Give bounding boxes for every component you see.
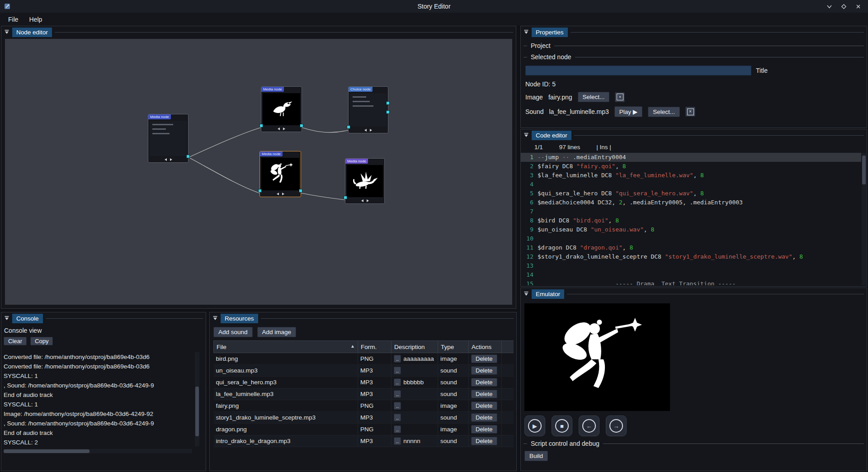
node-media-controls[interactable]: [345, 198, 384, 203]
output-port[interactable]: [300, 124, 303, 127]
node-media-controls[interactable]: [260, 191, 301, 196]
add-sound-button[interactable]: Add sound: [213, 327, 253, 337]
code-line[interactable]: 10: [521, 234, 861, 243]
node-canvas[interactable]: Media node Media node Choice node: [5, 39, 512, 305]
console-log[interactable]: Converted file: /home/anthony/ostproj/ba…: [4, 352, 192, 446]
collapse-icon[interactable]: [524, 29, 529, 35]
code-line[interactable]: 3$la_fee_luminelle DC8 "la_fee_luminelle…: [521, 171, 861, 180]
input-port[interactable]: [258, 189, 262, 193]
code-line[interactable]: 14: [521, 270, 861, 279]
table-row[interactable]: story1_drako_luminelle_sceptre.mp3MP3..s…: [214, 412, 514, 424]
code-line[interactable]: 2$fairy DC8 "fairy.qoi", 8: [521, 162, 861, 171]
collapse-icon[interactable]: [4, 316, 9, 321]
image-select-button[interactable]: Select...: [578, 92, 610, 102]
close-button[interactable]: [854, 3, 862, 10]
code-scrollbar[interactable]: [862, 153, 866, 285]
code-line[interactable]: 15 ----- Drama Text Transition -----: [521, 279, 861, 285]
column-header-format[interactable]: Form.: [358, 341, 392, 353]
delete-button[interactable]: Delete: [471, 390, 497, 398]
node-media-controls[interactable]: [261, 126, 302, 131]
column-header-file[interactable]: File▲: [214, 341, 358, 353]
step-back-button[interactable]: ←: [579, 415, 599, 436]
delete-button[interactable]: Delete: [471, 437, 497, 445]
description-edit-button[interactable]: ..: [394, 437, 401, 445]
delete-button[interactable]: Delete: [471, 401, 497, 410]
delete-button[interactable]: Delete: [471, 378, 497, 387]
console-vertical-scrollbar[interactable]: [195, 352, 199, 446]
node-choice[interactable]: Choice node: [348, 86, 388, 133]
collapse-icon[interactable]: [4, 29, 9, 35]
scrollbar-thumb[interactable]: [195, 387, 199, 436]
sound-play-button[interactable]: Play ▶: [614, 106, 642, 117]
scrollbar-thumb[interactable]: [862, 156, 866, 184]
stop-button[interactable]: ■: [552, 415, 572, 436]
image-clear-button[interactable]: ×: [615, 92, 625, 102]
play-button[interactable]: ▶: [524, 415, 545, 436]
description-edit-button[interactable]: ..: [394, 390, 401, 398]
table-row[interactable]: bird.pngPNG..aaaaaaaaaimageDelete: [214, 353, 514, 365]
panel-title: Code editor: [532, 131, 571, 140]
console-horizontal-scrollbar[interactable]: [4, 449, 192, 453]
step-forward-button[interactable]: →: [606, 415, 627, 436]
description-edit-button[interactable]: ..: [394, 378, 401, 386]
table-row[interactable]: un_oiseau.mp3MP3..soundDelete: [214, 365, 514, 377]
column-header-type[interactable]: Type: [438, 341, 469, 353]
node-media-dragon[interactable]: Media node: [345, 158, 385, 204]
console-log-line: SYSCALL: 1: [4, 371, 192, 381]
code-line[interactable]: 7: [521, 207, 861, 216]
table-row[interactable]: qui_sera_le_hero.mp3MP3..bbbbbbsoundDele…: [214, 377, 514, 388]
code-line[interactable]: 6$mediaChoice0004 DC32, 2, .mediaEntry00…: [521, 198, 861, 207]
sound-clear-button[interactable]: ×: [685, 107, 695, 117]
code-line[interactable]: 8$bird DC8 "bird.qoi", 8: [521, 216, 861, 225]
build-button[interactable]: Build: [524, 451, 548, 461]
code-line[interactable]: 12$story1_drako_luminelle_sceptre DC8 "s…: [521, 252, 861, 261]
table-row[interactable]: la_fee_luminelle.mp3MP3..soundDelete: [214, 388, 514, 400]
code-line[interactable]: 1--jump ·· .mediaEntry0004: [521, 153, 861, 162]
delete-button[interactable]: Delete: [471, 413, 497, 422]
output-port[interactable]: [186, 155, 190, 158]
input-port[interactable]: [344, 196, 347, 199]
description-edit-button[interactable]: ..: [394, 402, 401, 410]
choice-output-port[interactable]: [386, 101, 390, 105]
column-header-description[interactable]: Description: [392, 341, 438, 353]
restore-button[interactable]: [840, 3, 847, 10]
code-line[interactable]: 9$un_oiseau DC8 "un_oiseau.wav", 8: [521, 225, 861, 234]
scrollbar-thumb[interactable]: [4, 449, 90, 453]
sound-select-button[interactable]: Select...: [648, 107, 680, 117]
node-media-start[interactable]: Media node: [148, 114, 189, 163]
delete-button[interactable]: Delete: [471, 354, 497, 363]
add-image-button[interactable]: Add image: [257, 327, 297, 337]
code-area[interactable]: 1--jump ·· .mediaEntry00042$fairy DC8 "f…: [521, 153, 861, 285]
input-port[interactable]: [347, 125, 350, 129]
node-media-controls[interactable]: [349, 127, 388, 132]
collapse-icon[interactable]: [524, 132, 529, 138]
collapse-icon[interactable]: [212, 316, 218, 321]
delete-button[interactable]: Delete: [471, 425, 497, 434]
clear-button[interactable]: Clear: [4, 337, 27, 345]
menu-file[interactable]: File: [3, 14, 24, 25]
description-edit-button[interactable]: ..: [394, 355, 401, 363]
collapse-icon[interactable]: [524, 291, 529, 297]
copy-button[interactable]: Copy: [30, 337, 53, 345]
minimize-button[interactable]: [826, 3, 833, 10]
table-row[interactable]: intro_drako_le_dragon.mp3MP3..nnnnnsound…: [214, 435, 514, 447]
output-port[interactable]: [299, 189, 302, 193]
choice-output-port[interactable]: [386, 110, 390, 114]
input-port[interactable]: [259, 124, 263, 127]
code-line[interactable]: 5$qui_sera_le_hero DC8 "qui_sera_le_hero…: [521, 189, 861, 198]
title-input[interactable]: [525, 66, 751, 76]
code-line[interactable]: 4: [521, 180, 861, 189]
description-edit-button[interactable]: ..: [394, 367, 401, 374]
code-line[interactable]: 13: [521, 261, 861, 270]
table-row[interactable]: dragon.pngPNG..imageDelete: [214, 424, 514, 435]
description-edit-button[interactable]: ..: [394, 414, 401, 421]
node-media-bird[interactable]: Media node: [261, 86, 302, 132]
node-media-fairy[interactable]: Media node: [259, 151, 301, 197]
column-header-actions[interactable]: Actions: [469, 341, 502, 353]
table-row[interactable]: fairy.pngPNG..imageDelete: [214, 400, 514, 412]
menu-help[interactable]: Help: [24, 14, 48, 25]
delete-button[interactable]: Delete: [471, 366, 497, 375]
description-edit-button[interactable]: ..: [394, 425, 401, 433]
node-media-controls[interactable]: [148, 157, 188, 162]
code-line[interactable]: 11$dragon DC8 "dragon.qoi", 8: [521, 243, 861, 252]
